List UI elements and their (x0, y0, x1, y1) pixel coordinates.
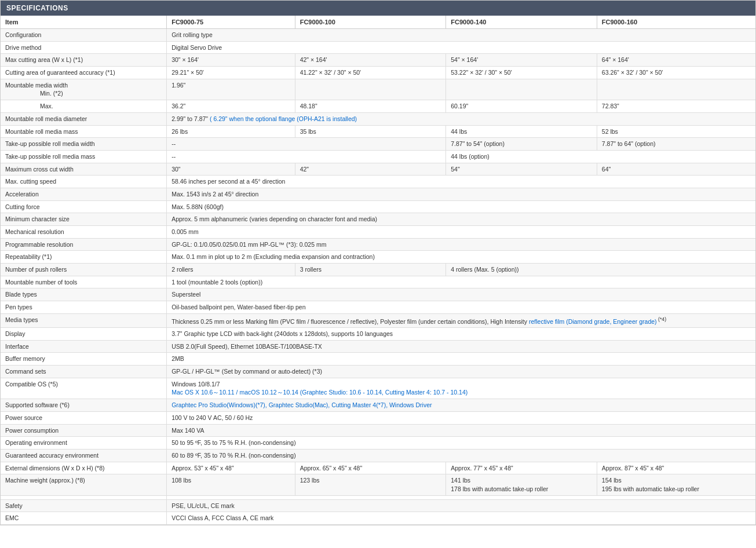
item-cell: Power source (1, 411, 167, 424)
col-fc160-header: FC9000-160 (597, 16, 755, 29)
item-cell: Drive method (1, 41, 167, 54)
table-row: Minimum character sizeApprox. 5 mm alpha… (1, 213, 755, 226)
value-cell: 2.99" to 7.87" ( 6.29" when the optional… (167, 112, 755, 125)
value-cell: Graphtec Pro Studio(Windows)(*7), Grapht… (167, 399, 755, 412)
item-cell: Power consumption (1, 424, 167, 437)
value-cell: 48.18" (295, 100, 446, 113)
value-cell: -- (167, 138, 446, 151)
value-cell: 1.96" (167, 79, 295, 100)
item-cell: Guaranteed accuracy environment (1, 449, 167, 462)
value-cell: 44 lbs (446, 125, 597, 138)
item-cell: Maximum cross cut width (1, 163, 167, 176)
value-cell: Max. 0.1 mm in plot up to 2 m (Excluding… (167, 251, 755, 264)
table-row: Mountable number of tools1 tool (mountab… (1, 276, 755, 288)
value-cell: 29.21" × 50' (167, 67, 295, 79)
table-row: Cutting area of guaranteed accuracy (*1)… (1, 67, 755, 79)
value-cell: 7.87" to 64" (option) (597, 138, 755, 151)
item-cell: Take-up possible roll media width (1, 138, 167, 151)
item-cell: Take-up possible roll media mass (1, 150, 167, 163)
table-row: InterfaceUSB 2.0(Full Speed), Ethernet 1… (1, 340, 755, 353)
table-row: Guaranteed accuracy environment60 to 89 … (1, 449, 755, 462)
item-cell: Cutting force (1, 200, 167, 213)
value-cell: 54" × 164' (446, 54, 597, 67)
value-cell: 108 lbs (167, 474, 295, 495)
table-row: ConfigurationGrit rolling type (1, 29, 755, 42)
value-cell: Approx. 53" x 45" x 48" (167, 462, 295, 474)
value-cell: USB 2.0(Full Speed), Ethernet 10BASE-T/1… (167, 340, 755, 353)
value-cell: 2MB (167, 353, 755, 366)
value-cell: -- (167, 150, 446, 163)
value-cell: 60.19" (446, 100, 597, 113)
value-cell: 64" (597, 163, 755, 176)
item-cell: Pen types (1, 301, 167, 314)
table-row: EMCVCCI Class A, FCC Class A, CE mark (1, 512, 755, 525)
value-cell: Max. 5.88N (600gf) (167, 200, 755, 213)
value-cell: 64" × 164' (597, 54, 755, 67)
value-cell: Approx. 77" x 45" x 48" (446, 462, 597, 474)
value-cell: PSE, UL/cUL, CE mark (167, 499, 755, 512)
item-cell: Mechanical resolution (1, 226, 167, 239)
col-fc140-header: FC9000-140 (446, 16, 597, 29)
value-cell: 36.2" (167, 100, 295, 113)
item-cell: Machine weight (approx.) (*8) (1, 474, 167, 495)
item-cell: EMC (1, 512, 167, 525)
value-cell: Grit rolling type (167, 29, 755, 42)
value-cell: Approx. 87" x 45" x 48" (597, 462, 755, 474)
value-cell: 1 tool (mountable 2 tools (option)) (167, 276, 755, 288)
table-row: Max cutting area (W x L) (*1)30" × 164'4… (1, 54, 755, 67)
table-row: Pen typesOil-based ballpoint pen, Water-… (1, 301, 755, 314)
header-title: SPECIFICATIONS (6, 4, 68, 12)
table-row: Take-up possible roll media mass--44 lbs… (1, 150, 755, 163)
value-cell: 123 lbs (295, 474, 446, 495)
value-cell (295, 79, 446, 100)
value-cell: 30" × 164' (167, 54, 295, 67)
item-cell: Blade types (1, 288, 167, 301)
item-cell: Mountable roll media diameter (1, 112, 167, 125)
value-cell: 26 lbs (167, 125, 295, 138)
value-cell (446, 79, 597, 100)
table-row: Command setsGP-GL / HP-GL™ (Set by comma… (1, 366, 755, 378)
item-cell: Mountable number of tools (1, 276, 167, 288)
table-row: Power source100 V to 240 V AC, 50 / 60 H… (1, 411, 755, 424)
table-row: Max.36.2"48.18"60.19"72.83" (1, 100, 755, 113)
table-row: Mountable media widthMin. (*2)1.96" (1, 79, 755, 100)
table-row: Repeatability (*1)Max. 0.1 mm in plot up… (1, 251, 755, 264)
value-cell: 0.005 mm (167, 226, 755, 239)
value-cell: 41.22" × 32' / 30" × 50' (295, 67, 446, 79)
value-cell: 58.46 inches per second at a 45° directi… (167, 176, 755, 188)
item-cell (1, 495, 167, 499)
specs-table: Item FC9000-75 FC9000-100 FC9000-140 FC9… (1, 16, 755, 525)
col-item-header: Item (1, 16, 167, 29)
value-cell: 52 lbs (597, 125, 755, 138)
table-row: Display3.7" Graphic type LCD with back-l… (1, 328, 755, 341)
specs-container: SPECIFICATIONS Item FC9000-75 FC9000-100… (0, 0, 756, 525)
table-header-row: Item FC9000-75 FC9000-100 FC9000-140 FC9… (1, 16, 755, 29)
item-cell: Command sets (1, 366, 167, 378)
table-row: AccelerationMax. 1543 in/s 2 at 45° dire… (1, 188, 755, 200)
item-cell: Configuration (1, 29, 167, 42)
value-cell: GP-GL: 0.1/0.05/0.025/0.01 mm HP-GL™ (*3… (167, 238, 755, 251)
table-row: Drive methodDigital Servo Drive (1, 41, 755, 54)
table-row: Compatible OS (*5)Windows 10/8.1/7Mac OS… (1, 378, 755, 399)
value-cell: 54" (446, 163, 597, 176)
item-cell: Max. cutting speed (1, 176, 167, 188)
value-cell: 154 lbs195 lbs with automatic take-up ro… (597, 474, 755, 495)
value-cell: Supersteel (167, 288, 755, 301)
value-cell: 4 rollers (Max. 5 (option)) (446, 264, 755, 276)
value-cell: Approx. 5 mm alphanumeric (varies depend… (167, 213, 755, 226)
table-row: Cutting forceMax. 5.88N (600gf) (1, 200, 755, 213)
table-row: Operating environment50 to 95 ºF, 35 to … (1, 437, 755, 450)
table-row: Max. cutting speed58.46 inches per secon… (1, 176, 755, 188)
value-cell: VCCI Class A, FCC Class A, CE mark (167, 512, 755, 525)
item-cell: Mountable media widthMin. (*2) (1, 79, 167, 100)
item-cell: Compatible OS (*5) (1, 378, 167, 399)
value-cell: 2 rollers (167, 264, 295, 276)
value-cell (597, 79, 755, 100)
item-cell: Buffer memory (1, 353, 167, 366)
specs-header: SPECIFICATIONS (1, 1, 755, 16)
item-cell: Acceleration (1, 188, 167, 200)
table-row: Maximum cross cut width30"42"54"64" (1, 163, 755, 176)
value-cell: 50 to 95 ºF, 35 to 75 % R.H. (non-conden… (167, 437, 755, 450)
value-cell: 3 rollers (295, 264, 446, 276)
table-row: Number of push rollers2 rollers3 rollers… (1, 264, 755, 276)
